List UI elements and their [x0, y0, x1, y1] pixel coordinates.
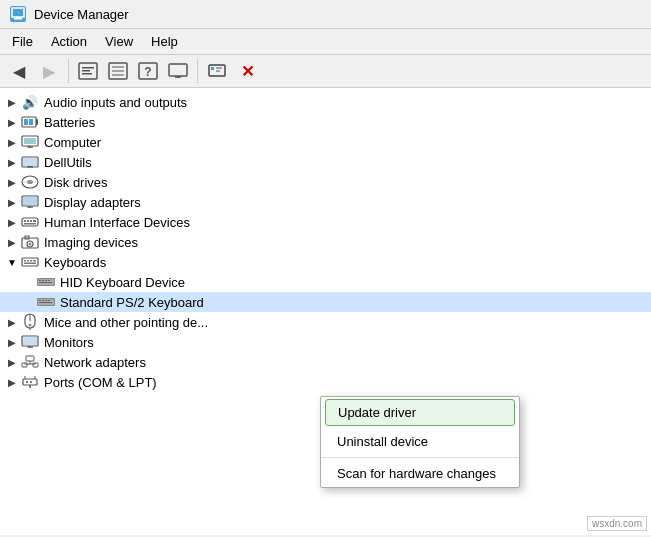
svg-rect-65: [45, 300, 47, 301]
context-menu-scan-changes[interactable]: Scan for hardware changes: [321, 460, 519, 487]
tree-item-monitors[interactable]: ▶ Monitors: [0, 332, 651, 352]
svg-rect-6: [82, 73, 92, 75]
ps2-keyboard-icon: [36, 294, 56, 310]
context-menu-update-driver[interactable]: Update driver: [325, 399, 515, 426]
svg-rect-76: [26, 356, 34, 361]
keyboards-icon: [20, 254, 40, 270]
svg-rect-64: [42, 300, 44, 301]
context-menu-separator: [321, 457, 519, 458]
tree-item-display[interactable]: ▶ Display adapters: [0, 192, 651, 212]
tree-item-computer[interactable]: ▶ Computer: [0, 132, 651, 152]
menu-file[interactable]: File: [4, 31, 41, 52]
expand-ports[interactable]: ▶: [4, 374, 20, 390]
back-button[interactable]: ◀: [6, 59, 32, 83]
expand-keyboards[interactable]: ▼: [4, 254, 20, 270]
expand-display[interactable]: ▶: [4, 194, 20, 210]
svg-rect-49: [24, 260, 26, 262]
expand-batteries[interactable]: ▶: [4, 114, 20, 130]
menu-help[interactable]: Help: [143, 31, 186, 52]
monitors-icon: [20, 334, 40, 350]
tree-item-network[interactable]: ▶ Network adapters: [0, 352, 651, 372]
svg-rect-0: [12, 8, 24, 17]
svg-rect-73: [23, 337, 37, 345]
tree-item-hid[interactable]: ▶ Human Interface Devices: [0, 212, 651, 232]
tree-item-dellutils[interactable]: ▶ DellUtils: [0, 152, 651, 172]
expand-audio[interactable]: ▶: [4, 94, 20, 110]
tree-item-hid-keyboard[interactable]: ▶ HID Keyboard Device: [0, 272, 651, 292]
device-button[interactable]: [204, 59, 230, 83]
toolbar: ◀ ▶ ?: [0, 55, 651, 88]
display-icon: [20, 194, 40, 210]
properties-button[interactable]: [75, 59, 101, 83]
mice-icon: [20, 314, 40, 330]
computer-label: Computer: [44, 135, 101, 150]
screen-button[interactable]: [165, 59, 191, 83]
hid-label: Human Interface Devices: [44, 215, 190, 230]
content-area: ▶ Audio inputs and outputs ▶ Batteries ▶: [0, 88, 651, 535]
svg-rect-4: [82, 67, 94, 69]
display-label: Display adapters: [44, 195, 141, 210]
batteries-icon: [20, 114, 40, 130]
hid-keyboard-label: HID Keyboard Device: [60, 275, 185, 290]
menu-view[interactable]: View: [97, 31, 141, 52]
network-icon: [20, 354, 40, 370]
svg-text:?: ?: [144, 65, 151, 79]
ports-label: Ports (COM & LPT): [44, 375, 157, 390]
expand-mice[interactable]: ▶: [4, 314, 20, 330]
remove-button[interactable]: ✕: [234, 59, 260, 83]
watermark: wsxdn.com: [587, 516, 647, 531]
tree-item-batteries[interactable]: ▶ Batteries: [0, 112, 651, 132]
tree-item-keyboards[interactable]: ▼ Keyboards: [0, 252, 651, 272]
expand-computer[interactable]: ▶: [4, 134, 20, 150]
dellutils-icon: [20, 154, 40, 170]
svg-rect-29: [23, 158, 37, 166]
expand-disk[interactable]: ▶: [4, 174, 20, 190]
svg-rect-17: [211, 67, 214, 70]
expand-network[interactable]: ▶: [4, 354, 20, 370]
monitors-label: Monitors: [44, 335, 94, 350]
help-button[interactable]: ?: [135, 59, 161, 83]
imaging-label: Imaging devices: [44, 235, 138, 250]
context-menu: Update driver Uninstall device Scan for …: [320, 396, 520, 488]
forward-button[interactable]: ▶: [36, 59, 62, 83]
title-bar: Device Manager: [0, 0, 651, 29]
menu-action[interactable]: Action: [43, 31, 95, 52]
svg-rect-83: [26, 381, 28, 383]
svg-rect-2: [16, 17, 20, 19]
batteries-label: Batteries: [44, 115, 95, 130]
tree-item-imaging[interactable]: ▶ Imaging devices: [0, 232, 651, 252]
svg-rect-59: [48, 280, 50, 281]
svg-rect-67: [39, 302, 52, 303]
svg-rect-30: [27, 166, 33, 168]
context-menu-uninstall-device[interactable]: Uninstall device: [321, 428, 519, 455]
list-button[interactable]: [105, 59, 131, 83]
keyboards-label: Keyboards: [44, 255, 106, 270]
tree-item-mice[interactable]: ▶ Mice and other pointing de...: [0, 312, 651, 332]
menu-bar: File Action View Help: [0, 29, 651, 55]
tree-item-ps2-keyboard[interactable]: ▶ Standard PS/2 Keyboard: [0, 292, 651, 312]
svg-rect-56: [39, 280, 41, 281]
svg-rect-57: [42, 280, 44, 281]
tree-item-disk[interactable]: ▶ Disk drives: [0, 172, 651, 192]
svg-rect-50: [27, 260, 29, 262]
svg-rect-39: [24, 220, 26, 222]
svg-rect-5: [82, 70, 90, 72]
tree-item-ports[interactable]: ▶ Ports (COM & LPT): [0, 372, 651, 392]
svg-rect-42: [33, 220, 36, 222]
svg-rect-66: [48, 300, 50, 301]
svg-rect-52: [33, 260, 36, 262]
expand-monitors[interactable]: ▶: [4, 334, 20, 350]
remove-x-icon: ✕: [241, 62, 254, 81]
tree-item-audio[interactable]: ▶ Audio inputs and outputs: [0, 92, 651, 112]
svg-rect-63: [39, 300, 41, 301]
title-bar-title: Device Manager: [34, 7, 129, 22]
ps2-keyboard-label: Standard PS/2 Keyboard: [60, 295, 204, 310]
network-label: Network adapters: [44, 355, 146, 370]
svg-rect-53: [24, 263, 36, 265]
svg-rect-60: [39, 282, 52, 283]
expand-hid[interactable]: ▶: [4, 214, 20, 230]
expand-dellutils[interactable]: ▶: [4, 154, 20, 170]
toolbar-separator-1: [68, 59, 69, 83]
expand-imaging[interactable]: ▶: [4, 234, 20, 250]
computer-icon: [20, 134, 40, 150]
